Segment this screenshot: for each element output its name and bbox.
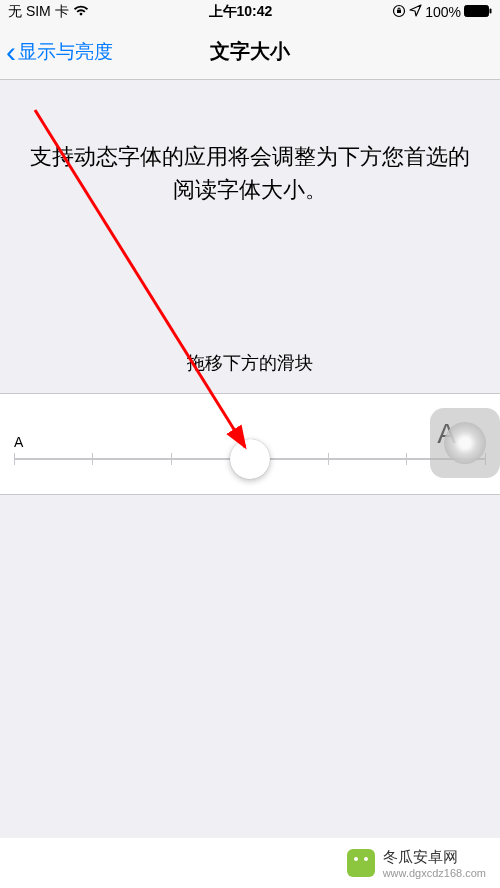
status-right: 100% <box>392 4 492 21</box>
watermark-icon <box>347 849 375 877</box>
back-chevron-icon: ‹ <box>6 37 16 67</box>
text-size-slider[interactable] <box>14 458 486 460</box>
status-bar: 无 SIM 卡 上午10:42 100% <box>0 0 500 24</box>
svg-rect-1 <box>464 6 488 17</box>
page-title: 文字大小 <box>210 38 290 65</box>
slider-thumb[interactable] <box>230 439 270 479</box>
assistive-touch-button[interactable] <box>430 408 500 478</box>
svg-rect-2 <box>489 9 491 14</box>
status-left: 无 SIM 卡 <box>8 3 89 21</box>
location-icon <box>409 4 422 20</box>
back-button[interactable]: ‹ 显示与亮度 <box>0 37 113 67</box>
watermark: 冬瓜安卓网 www.dgxcdz168.com <box>0 838 500 888</box>
instruction-text: 拖移下方的滑块 <box>0 236 500 393</box>
nav-bar: ‹ 显示与亮度 文字大小 <box>0 24 500 80</box>
slider-min-label: A <box>14 434 23 450</box>
description-text: 支持动态字体的应用将会调整为下方您首选的阅读字体大小。 <box>0 80 500 236</box>
text-size-slider-section: A A <box>0 393 500 495</box>
watermark-title: 冬瓜安卓网 <box>383 848 486 867</box>
watermark-text: 冬瓜安卓网 www.dgxcdz168.com <box>383 848 486 879</box>
battery-text: 100% <box>425 4 461 20</box>
back-label: 显示与亮度 <box>18 39 113 65</box>
content: 支持动态字体的应用将会调整为下方您首选的阅读字体大小。 拖移下方的滑块 A A <box>0 80 500 495</box>
battery-icon <box>464 4 492 20</box>
carrier-text: 无 SIM 卡 <box>8 3 69 21</box>
wifi-icon <box>73 4 89 20</box>
orientation-lock-icon <box>392 4 406 21</box>
status-time: 上午10:42 <box>209 3 273 21</box>
watermark-url: www.dgxcdz168.com <box>383 867 486 879</box>
